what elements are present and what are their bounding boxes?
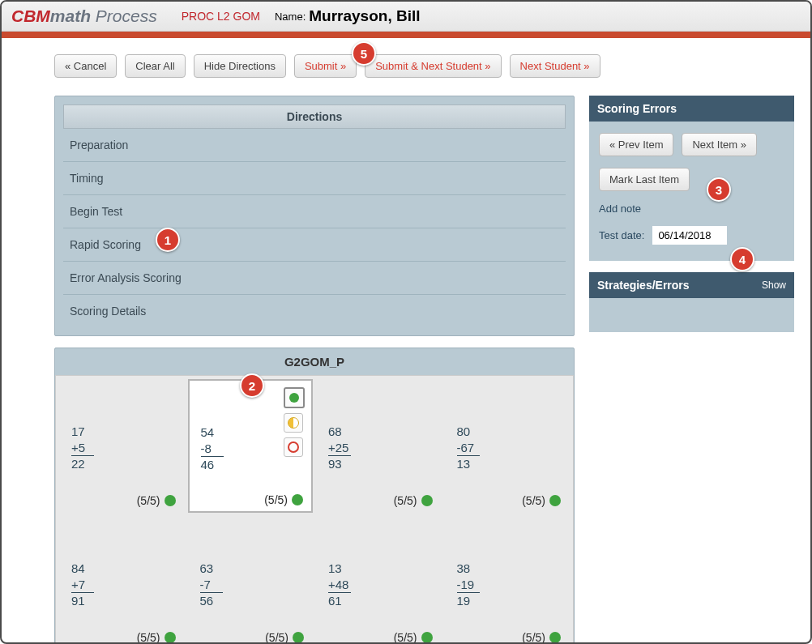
problem-cell[interactable]: 68+2593(5/5) xyxy=(316,379,442,513)
add-note-link[interactable]: Add note xyxy=(599,203,641,215)
next-item-button[interactable]: Next Item » xyxy=(682,133,756,156)
directions-item-rapid-scoring[interactable]: Rapid Scoring xyxy=(63,228,566,262)
problem-score: (5/5) xyxy=(522,494,561,507)
problem-math: 13+4861 xyxy=(328,561,351,609)
header-bar: CBMmath Process PROC L2 GOM Name: Murray… xyxy=(2,2,810,32)
status-dot-icon xyxy=(421,495,433,506)
problem-math: 80-6713 xyxy=(457,424,480,472)
annotation-4: 4 xyxy=(730,247,754,271)
student-name: Murrayson, Bill xyxy=(309,7,420,25)
grid-body: 17+522(5/5)54-846(5/5)68+2593(5/5)80-671… xyxy=(55,375,574,644)
problem-cell[interactable]: 38-1919(5/5) xyxy=(445,516,571,644)
status-dot-icon xyxy=(549,495,561,506)
problem-math: 54-846 xyxy=(201,424,224,473)
problem-score: (5/5) xyxy=(394,494,433,507)
status-dot-icon xyxy=(421,632,433,643)
annotation-5: 5 xyxy=(352,41,376,66)
annotation-1: 1 xyxy=(156,228,180,252)
submit-button[interactable]: Submit » xyxy=(294,54,357,78)
directions-item-begin-test[interactable]: Begin Test xyxy=(63,195,566,228)
directions-item-error-analysis[interactable]: Error Analysis Scoring xyxy=(63,262,566,295)
problem-cell[interactable]: 13+4861(5/5) xyxy=(316,516,442,644)
toolbar: « Cancel Clear All Hide Directions Submi… xyxy=(2,38,810,87)
problem-score: (5/5) xyxy=(137,631,176,644)
grid-title: G2GOM_P xyxy=(55,348,574,375)
problem-cell[interactable]: 63-756(5/5) xyxy=(188,516,314,644)
mark-correct-button[interactable] xyxy=(284,387,305,408)
annotation-3: 3 xyxy=(707,177,731,202)
problem-score: (5/5) xyxy=(522,631,561,644)
problem-cell[interactable]: 17+522(5/5) xyxy=(59,379,185,513)
prev-item-button[interactable]: « Prev Item xyxy=(599,133,673,156)
score-grid-panel: G2GOM_P 17+522(5/5)54-846(5/5)68+2593(5/… xyxy=(54,348,575,644)
status-dot-icon xyxy=(549,632,561,643)
problem-cell[interactable]: 80-6713(5/5) xyxy=(445,379,571,513)
strategies-errors-panel: Strategies/Errors Show xyxy=(589,272,794,332)
problem-score: (5/5) xyxy=(264,493,303,506)
scoring-errors-panel: Scoring Errors « Prev Item Next Item » M… xyxy=(589,96,794,261)
problem-math: 17+522 xyxy=(71,424,94,472)
problem-score: (5/5) xyxy=(394,631,433,644)
mark-incorrect-button[interactable] xyxy=(284,437,303,457)
submit-next-button[interactable]: Submit & Next Student » xyxy=(365,54,501,78)
problem-math: 38-1919 xyxy=(457,561,480,609)
mark-last-item-button[interactable]: Mark Last Item xyxy=(599,168,690,191)
problem-math: 68+2593 xyxy=(328,424,351,472)
status-dot-icon xyxy=(292,494,303,505)
clear-all-button[interactable]: Clear All xyxy=(125,54,185,78)
scoring-errors-header: Scoring Errors xyxy=(589,96,794,122)
cancel-button[interactable]: « Cancel xyxy=(54,54,117,78)
status-dot-icon xyxy=(165,495,176,506)
accent-stripe xyxy=(2,32,810,38)
problem-cell[interactable]: 84+791(5/5) xyxy=(59,516,185,644)
brand-logo: CBMmath Process xyxy=(11,6,157,26)
strategies-show-link[interactable]: Show xyxy=(762,279,786,291)
test-date-input[interactable] xyxy=(652,226,727,245)
directions-item-scoring-details[interactable]: Scoring Details xyxy=(63,295,566,327)
problem-score: (5/5) xyxy=(137,494,176,507)
status-dot-icon xyxy=(165,632,176,643)
test-date-label: Test date: xyxy=(599,229,644,241)
name-label: Name: xyxy=(275,11,306,23)
status-dot-icon xyxy=(293,632,304,643)
problem-math: 84+791 xyxy=(71,561,94,609)
problem-score: (5/5) xyxy=(265,631,304,644)
directions-panel: Directions Preparation Timing Begin Test… xyxy=(54,96,575,336)
mark-partial-button[interactable] xyxy=(284,413,303,433)
problem-math: 63-756 xyxy=(200,561,223,609)
hide-directions-button[interactable]: Hide Directions xyxy=(194,54,286,78)
annotation-2: 2 xyxy=(240,373,264,398)
proc-code: PROC L2 GOM xyxy=(182,10,260,23)
problem-cell[interactable]: 54-846(5/5) xyxy=(188,379,314,513)
directions-item-preparation[interactable]: Preparation xyxy=(63,129,566,162)
directions-header: Directions xyxy=(63,104,566,129)
strategies-errors-title: Strategies/Errors xyxy=(597,279,690,292)
next-student-button[interactable]: Next Student » xyxy=(510,54,600,78)
directions-item-timing[interactable]: Timing xyxy=(63,162,566,195)
